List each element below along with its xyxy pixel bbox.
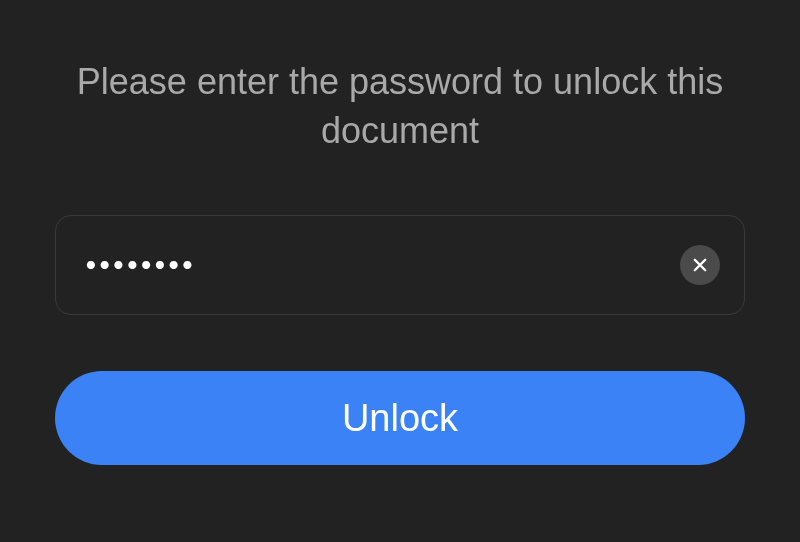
clear-input-button[interactable]: [680, 245, 720, 285]
unlock-button[interactable]: Unlock: [55, 371, 745, 465]
prompt-text: Please enter the password to unlock this…: [60, 58, 740, 155]
close-icon: [691, 256, 709, 274]
password-input[interactable]: ••••••••: [86, 249, 680, 281]
password-input-wrapper[interactable]: ••••••••: [55, 215, 745, 315]
